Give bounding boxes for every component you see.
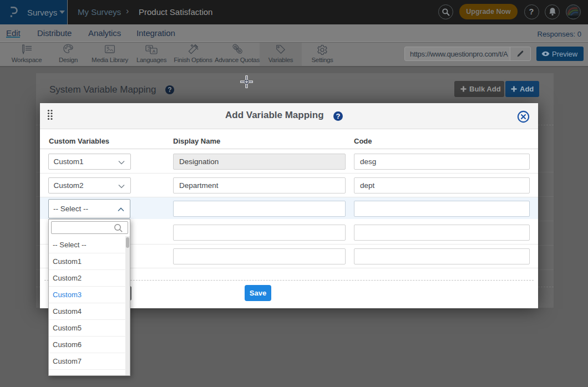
svg-text:A: A <box>153 49 156 54</box>
